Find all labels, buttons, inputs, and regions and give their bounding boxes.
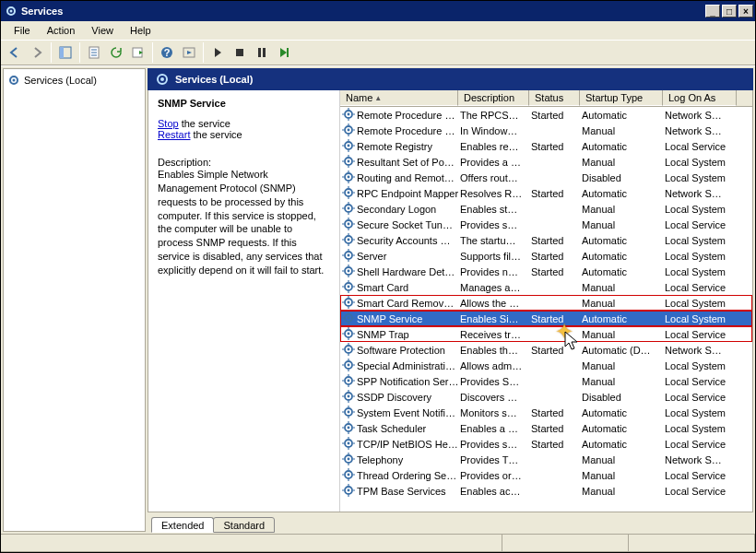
svg-rect-10 bbox=[258, 48, 261, 57]
col-name[interactable]: Name▲ bbox=[340, 90, 458, 106]
table-row[interactable]: ServerSupports fil…StartedAutomaticLocal… bbox=[340, 248, 752, 264]
menu-file[interactable]: File bbox=[6, 23, 38, 38]
svg-point-66 bbox=[348, 238, 350, 241]
menu-action[interactable]: Action bbox=[40, 23, 83, 38]
description-label: Description: bbox=[158, 157, 330, 168]
service-status: Started bbox=[529, 423, 580, 434]
svg-point-42 bbox=[348, 175, 350, 178]
service-name: Special Administrati… bbox=[357, 360, 455, 371]
tree-pane[interactable]: Services (Local) bbox=[3, 68, 146, 532]
table-row[interactable]: Software ProtectionEnables th…StartedAut… bbox=[340, 342, 752, 358]
back-button[interactable] bbox=[5, 42, 25, 63]
svg-rect-11 bbox=[263, 48, 266, 57]
table-row[interactable]: Smart CardManages a…ManualLocal Service bbox=[340, 279, 752, 295]
export-button[interactable] bbox=[128, 42, 148, 63]
svg-rect-12 bbox=[287, 48, 289, 57]
service-startup: Automatic bbox=[580, 266, 663, 277]
action-button[interactable] bbox=[179, 42, 199, 63]
service-logon: Local Service bbox=[663, 486, 737, 497]
table-row[interactable]: Shell Hardware Det…Provides n…StartedAut… bbox=[340, 264, 752, 279]
table-row[interactable]: Remote Procedure …The RPCSS…StartedAutom… bbox=[340, 107, 752, 123]
tab-standard[interactable]: Standard bbox=[213, 517, 275, 533]
start-service-button[interactable] bbox=[207, 42, 228, 63]
service-desc: Provides s… bbox=[458, 439, 529, 450]
table-row[interactable]: SNMP ServiceEnables Si…StartedAutomaticL… bbox=[340, 311, 752, 326]
restart-link[interactable]: Restart bbox=[158, 129, 190, 140]
svg-point-78 bbox=[348, 269, 350, 272]
table-row[interactable]: SNMP TrapReceives tr…ManualLocal Service bbox=[340, 326, 752, 342]
forward-button[interactable] bbox=[27, 42, 47, 63]
table-row[interactable]: Special Administrati…Allows adm…ManualLo… bbox=[340, 358, 752, 373]
titlebar[interactable]: Services _ □ × bbox=[1, 1, 755, 21]
properties-button[interactable] bbox=[84, 42, 104, 63]
col-status[interactable]: Status bbox=[529, 90, 580, 106]
gear-icon bbox=[342, 155, 355, 170]
list-body[interactable]: Remote Procedure …The RPCSS…StartedAutom… bbox=[340, 107, 752, 512]
table-row[interactable]: SPP Notification Ser…Provides S…ManualLo… bbox=[340, 373, 752, 389]
gear-icon bbox=[342, 406, 355, 420]
help-button[interactable]: ? bbox=[157, 42, 177, 63]
table-row[interactable]: Remote Procedure …In Window…ManualNetwor… bbox=[340, 123, 752, 138]
tab-extended[interactable]: Extended bbox=[151, 517, 214, 533]
service-status: Started bbox=[529, 251, 580, 262]
table-row[interactable]: RPC Endpoint MapperResolves R…StartedAut… bbox=[340, 185, 752, 201]
svg-point-90 bbox=[348, 300, 350, 303]
pause-service-button[interactable] bbox=[252, 42, 272, 63]
service-status: Started bbox=[529, 407, 580, 418]
svg-point-30 bbox=[348, 144, 350, 147]
table-row[interactable]: System Event Notifi…Monitors s…StartedAu… bbox=[340, 405, 752, 420]
show-hide-tree-button[interactable] bbox=[55, 42, 76, 63]
svg-point-54 bbox=[348, 206, 350, 209]
svg-point-138 bbox=[348, 426, 350, 429]
refresh-button[interactable] bbox=[106, 42, 126, 63]
service-status: Started bbox=[529, 110, 580, 121]
service-startup: Disabled bbox=[580, 392, 663, 403]
table-row[interactable]: TCP/IP NetBIOS He…Provides s…StartedAuto… bbox=[340, 436, 752, 452]
service-name: SNMP Trap bbox=[357, 329, 409, 340]
service-name: TPM Base Services bbox=[357, 486, 446, 497]
svg-text:?: ? bbox=[164, 47, 171, 58]
table-row[interactable]: TPM Base ServicesEnables ac…ManualLocal … bbox=[340, 483, 752, 499]
minimize-button[interactable]: _ bbox=[705, 5, 720, 18]
split-view: SNMP Service Stop the service Restart th… bbox=[148, 90, 753, 512]
tree-root[interactable]: Services (Local) bbox=[6, 73, 143, 88]
table-row[interactable]: Remote RegistryEnables re…StartedAutomat… bbox=[340, 138, 752, 154]
restart-service-button[interactable] bbox=[274, 42, 294, 63]
service-desc: Allows adm… bbox=[458, 360, 529, 371]
table-row[interactable]: Secondary LogonEnables st…ManualLocal Sy… bbox=[340, 201, 752, 217]
table-row[interactable]: Security Accounts …The startu…StartedAut… bbox=[340, 232, 752, 248]
gear-icon bbox=[342, 202, 355, 217]
menu-view[interactable]: View bbox=[84, 23, 121, 38]
col-startup[interactable]: Startup Type bbox=[580, 90, 663, 106]
menubar: File Action View Help bbox=[1, 21, 755, 40]
close-button[interactable]: × bbox=[738, 5, 753, 18]
stop-service-button[interactable] bbox=[230, 42, 250, 63]
table-row[interactable]: Smart Card Remov…Allows the …ManualLocal… bbox=[340, 295, 752, 311]
col-description[interactable]: Description bbox=[458, 90, 529, 106]
service-logon: Local System bbox=[663, 423, 737, 434]
svg-rect-9 bbox=[236, 49, 243, 56]
menu-help[interactable]: Help bbox=[123, 23, 159, 38]
table-row[interactable]: TelephonyProvides T…ManualNetwork S… bbox=[340, 452, 752, 467]
svg-point-108 bbox=[348, 347, 350, 350]
table-row[interactable]: Routing and Remot…Offers rout…DisabledLo… bbox=[340, 170, 752, 185]
table-row[interactable]: Thread Ordering Se…Provides or…ManualLoc… bbox=[340, 467, 752, 483]
service-status: Started bbox=[529, 345, 580, 356]
service-logon: Local Service bbox=[663, 392, 737, 403]
col-logon[interactable]: Log On As bbox=[663, 90, 737, 106]
table-row[interactable]: Resultant Set of Po…Provides a …ManualLo… bbox=[340, 154, 752, 170]
stop-link[interactable]: Stop bbox=[158, 118, 179, 129]
service-logon: Local Service bbox=[663, 282, 737, 293]
service-desc: Provides n… bbox=[458, 266, 529, 277]
service-startup: Manual bbox=[580, 298, 663, 309]
gear-icon bbox=[7, 74, 20, 87]
gear-icon bbox=[342, 421, 355, 436]
table-row[interactable]: Task SchedulerEnables a …StartedAutomati… bbox=[340, 420, 752, 436]
maximize-button[interactable]: □ bbox=[722, 5, 737, 18]
table-row[interactable]: Secure Socket Tun…Provides s…ManualLocal… bbox=[340, 217, 752, 232]
service-logon: Network S… bbox=[663, 454, 737, 465]
service-name: Remote Procedure … bbox=[357, 125, 455, 136]
service-name: Remote Registry bbox=[357, 141, 432, 152]
table-row[interactable]: SSDP DiscoveryDiscovers …DisabledLocal S… bbox=[340, 389, 752, 405]
gear-icon bbox=[342, 296, 355, 311]
